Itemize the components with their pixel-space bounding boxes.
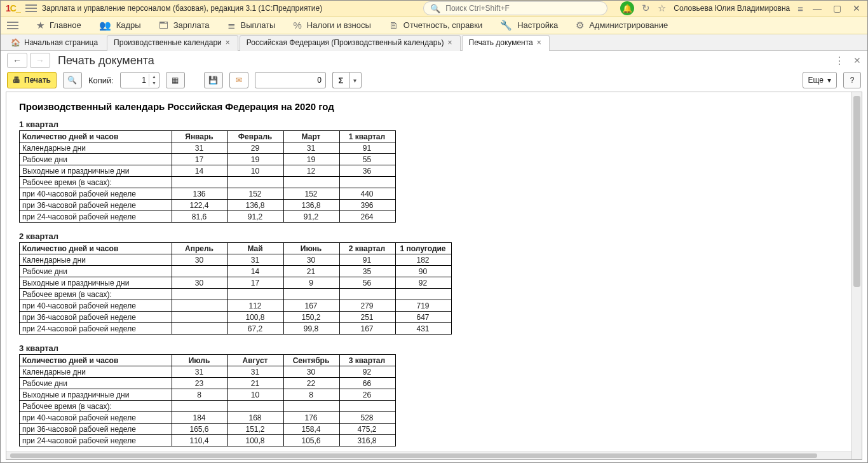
menu-nalogi[interactable]: %Налоги и взносы xyxy=(293,20,370,31)
quarter-title: 2 квартал xyxy=(19,232,839,241)
tab-print-doc[interactable]: Печать документа× xyxy=(462,35,550,51)
star-icon: ★ xyxy=(36,20,44,31)
gear-icon: ⚙ xyxy=(576,20,584,31)
menu-settings[interactable]: 🔧Настройка xyxy=(500,20,558,31)
help-button[interactable]: ? xyxy=(843,72,861,88)
copies-label: Копий: xyxy=(88,76,114,85)
home-icon: 🏠 xyxy=(11,38,20,47)
chevron-down-icon[interactable]: ▾ xyxy=(349,72,362,88)
menu-vyplaty[interactable]: ≣Выплаты xyxy=(227,20,276,31)
stepper-down[interactable]: ▼ xyxy=(149,80,159,86)
template-button[interactable]: ▦ xyxy=(166,72,185,88)
print-button[interactable]: 🖶Печать xyxy=(7,72,57,88)
calendar-table: Количество дней и часовИюльАвгустСентябр… xyxy=(19,354,396,446)
doc-icon: 🗎 xyxy=(389,20,398,31)
scrollbar-thumb[interactable] xyxy=(10,453,817,458)
sum-field[interactable] xyxy=(255,72,326,88)
list-icon: ≣ xyxy=(227,20,236,31)
save-button[interactable]: 💾 xyxy=(204,72,223,88)
chevron-down-icon: ▾ xyxy=(827,76,831,85)
window-minimize[interactable]: — xyxy=(811,3,824,13)
more-button[interactable]: Еще▾ xyxy=(803,72,837,88)
search-icon: 🔍 xyxy=(430,4,440,13)
tab-home[interactable]: 🏠Начальная страница xyxy=(4,36,105,51)
favorite-icon[interactable]: ☆ xyxy=(658,3,666,14)
menu-kadry[interactable]: 👥Кадры xyxy=(99,20,141,31)
scrollbar-thumb[interactable] xyxy=(853,96,860,287)
notifications-icon[interactable]: 🔔 xyxy=(620,1,634,15)
tab-calendars[interactable]: Производственные календари× xyxy=(107,35,238,51)
more-icon[interactable]: ⋮ xyxy=(834,55,844,67)
tab-rf-calendar[interactable]: Российская Федерация (Производственный к… xyxy=(240,35,461,51)
printer-icon: 🖶 xyxy=(13,76,20,85)
quarter-title: 1 квартал xyxy=(19,120,839,129)
menu-main[interactable]: ★Главное xyxy=(36,20,81,31)
nav-back[interactable]: ← xyxy=(7,53,27,68)
save-icon: 💾 xyxy=(208,76,218,85)
doc-header: ← → Печать документа ⋮ ✕ xyxy=(1,51,867,70)
sections-icon[interactable] xyxy=(7,20,18,31)
copies-stepper[interactable]: ▲▼ xyxy=(120,72,159,88)
quarter-title: 3 квартал xyxy=(19,343,839,353)
document-area: Производственный календарь Российская Фе… xyxy=(6,92,862,460)
global-search[interactable]: 🔍 xyxy=(423,1,607,15)
search-input[interactable] xyxy=(444,3,600,13)
settings-icon[interactable]: ≡ xyxy=(797,3,803,14)
sigma-icon: Σ xyxy=(332,72,349,88)
close-icon[interactable]: × xyxy=(537,38,541,47)
percent-icon: % xyxy=(293,20,301,31)
document-content[interactable]: Производственный календарь Российская Фе… xyxy=(6,92,851,459)
page-title: Печать документа xyxy=(58,54,154,67)
window-maximize[interactable]: ▢ xyxy=(831,3,843,13)
app-title: Зарплата и управление персоналом (базова… xyxy=(42,4,323,13)
preview-icon: 🔍 xyxy=(67,76,77,85)
doc-title: Производственный календарь Российская Фе… xyxy=(19,101,839,112)
calendar-table: Количество дней и часовАпрельМайИюнь2 кв… xyxy=(19,242,452,335)
mail-icon: ✉ xyxy=(236,76,242,85)
calendar-table: Количество дней и часовЯнварьФевральМарт… xyxy=(19,130,396,223)
app-logo: 1С_ xyxy=(6,3,20,13)
menu-zarplata[interactable]: 🗔Зарплата xyxy=(159,20,210,31)
mail-button[interactable]: ✉ xyxy=(229,72,248,88)
close-icon[interactable]: × xyxy=(448,38,452,47)
vertical-scrollbar[interactable] xyxy=(851,92,862,459)
stepper-up[interactable]: ▲ xyxy=(149,74,159,80)
copies-input[interactable] xyxy=(121,76,149,85)
people-icon: 👥 xyxy=(99,20,111,31)
toolbar: 🖶Печать 🔍 Копий: ▲▼ ▦ 💾 ✉ Σ▾ Еще▾ ? xyxy=(1,70,867,90)
close-icon[interactable]: × xyxy=(226,38,230,47)
window-close[interactable]: ✕ xyxy=(851,3,862,13)
titlebar: 1С_ Зарплата и управление персоналом (ба… xyxy=(1,1,867,17)
preview-button[interactable]: 🔍 xyxy=(63,72,82,88)
grid-icon: ▦ xyxy=(172,76,179,85)
close-page-icon[interactable]: ✕ xyxy=(853,55,861,66)
wrench-icon: 🔧 xyxy=(500,20,512,31)
main-menu: ★Главное 👥Кадры 🗔Зарплата ≣Выплаты %Нало… xyxy=(1,17,867,34)
current-user[interactable]: Соловьева Юлия Владимировна xyxy=(674,4,790,13)
menu-admin[interactable]: ⚙Администрирование xyxy=(576,20,668,31)
calc-icon: 🗔 xyxy=(159,20,168,31)
horizontal-scrollbar[interactable] xyxy=(6,452,851,459)
menu-reports[interactable]: 🗎Отчетность, справки xyxy=(389,20,482,31)
open-tabs: 🏠Начальная страница Производственные кал… xyxy=(1,34,867,51)
history-icon[interactable]: ↻ xyxy=(642,3,650,14)
sum-button[interactable]: Σ▾ xyxy=(332,72,362,88)
menu-toggle-icon[interactable] xyxy=(25,3,37,14)
nav-forward[interactable]: → xyxy=(30,53,50,68)
